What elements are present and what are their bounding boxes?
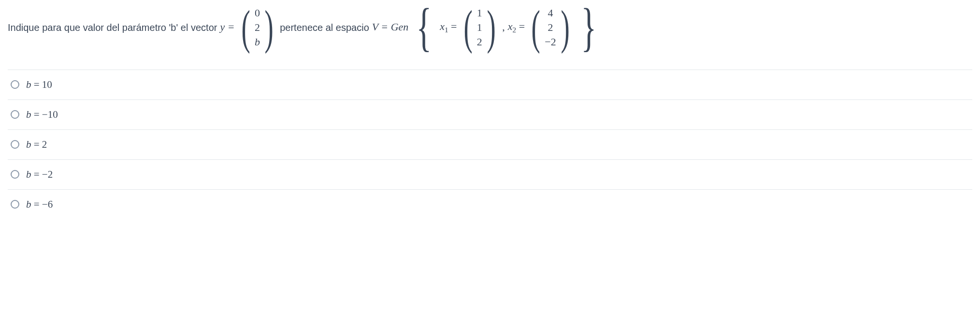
v-eq-gen: V = Gen (372, 20, 409, 34)
option-label: b = 2 (26, 139, 47, 151)
left-paren-icon: ( (241, 7, 250, 48)
vector-y: ( 0 2 b ) (238, 6, 277, 49)
vector-x1-entry: 1 (477, 20, 482, 35)
option-label: b = −10 (26, 109, 58, 121)
right-paren-icon: ) (561, 7, 569, 48)
right-paren-icon: ) (487, 7, 495, 48)
x1-label: x1 = (440, 20, 457, 35)
generating-set: x1 = ( 1 1 2 ) , x2 = ( 4 2 −2 ) (440, 6, 573, 49)
option-4[interactable]: b = −2 (8, 160, 972, 190)
question-text-before: Indique para que valor del parámetro 'b'… (8, 21, 217, 34)
radio-icon[interactable] (11, 170, 19, 179)
option-1[interactable]: b = 10 (8, 70, 972, 100)
vector-x1-entry: 1 (477, 6, 482, 20)
comma: , (502, 20, 505, 34)
vector-x2-entry: 2 (548, 20, 553, 35)
vector-y-entry: 0 (255, 6, 260, 20)
right-brace-icon: } (581, 5, 597, 50)
left-brace-icon: { (417, 5, 432, 50)
option-label: b = −2 (26, 169, 53, 181)
option-5[interactable]: b = −6 (8, 190, 972, 219)
options-list: b = 10 b = −10 b = 2 b = −2 b = −6 (8, 70, 972, 219)
vector-y-entry: b (255, 35, 260, 49)
vector-x1-entry: 2 (477, 35, 482, 49)
option-label: b = −6 (26, 198, 53, 211)
radio-icon[interactable] (11, 140, 19, 149)
option-3[interactable]: b = 2 (8, 130, 972, 160)
y-equals: y = (220, 20, 234, 34)
radio-icon[interactable] (11, 110, 19, 119)
question-text-mid: pertenece al espacio (280, 21, 369, 34)
vector-x2-entry: −2 (545, 35, 556, 49)
question-stem: Indique para que valor del parámetro 'b'… (8, 5, 972, 50)
vector-x2-entry: 4 (548, 6, 553, 20)
left-paren-icon: ( (532, 7, 540, 48)
left-paren-icon: ( (463, 7, 472, 48)
vector-x1: ( 1 1 2 ) (460, 6, 500, 49)
right-paren-icon: ) (264, 7, 273, 48)
vector-y-entry: 2 (255, 20, 260, 35)
radio-icon[interactable] (11, 80, 19, 89)
x2-label: x2 = (508, 20, 525, 35)
vector-x2: ( 4 2 −2 ) (528, 6, 573, 49)
option-2[interactable]: b = −10 (8, 100, 972, 130)
option-label: b = 10 (26, 79, 52, 91)
radio-icon[interactable] (11, 200, 19, 209)
